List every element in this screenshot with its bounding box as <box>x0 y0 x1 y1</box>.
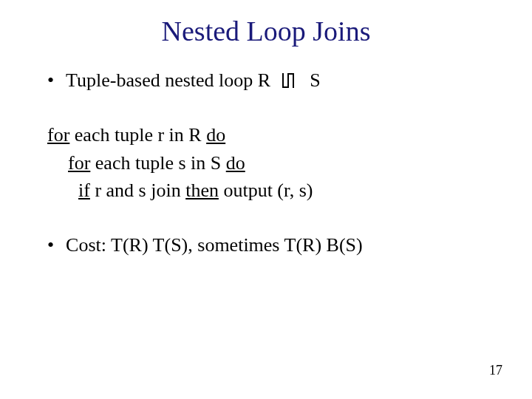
bullet-text-1: Tuple-based nested loop R S <box>66 69 321 92</box>
bullet-dot-icon: • <box>47 69 54 92</box>
pseudocode-block: for each tuple r in R do for each tuple … <box>47 121 488 205</box>
code-line3-mid1: r and s join <box>90 180 185 201</box>
code-line-3: if r and s join then output (r, s) <box>47 177 488 205</box>
kw-do-2: do <box>226 152 245 174</box>
code-line-1: for each tuple r in R do <box>47 121 488 149</box>
bullet-item-2: • Cost: T(R) T(S), sometimes T(R) B(S) <box>44 234 488 256</box>
cost-text: Cost: T(R) T(S), sometimes T(R) B(S) <box>66 234 363 256</box>
bullet1-prefix: Tuple-based nested loop R <box>66 69 270 91</box>
kw-then: then <box>185 180 219 201</box>
slide: Nested Loop Joins • Tuple-based nested l… <box>0 0 532 399</box>
kw-for-2: for <box>68 152 90 174</box>
kw-do-1: do <box>206 124 225 146</box>
code-line-2: for each tuple s in S do <box>47 149 488 177</box>
bullet1-suffix: S <box>310 69 320 91</box>
code-line1-mid: each tuple r in R <box>69 124 206 146</box>
kw-if: if <box>78 180 90 201</box>
page-number: 17 <box>489 363 502 378</box>
code-line2-mid: each tuple s in S <box>90 152 225 174</box>
bullet-item-1: • Tuple-based nested loop R S <box>44 69 488 92</box>
kw-for-1: for <box>47 124 69 146</box>
slide-title: Nested Loop Joins <box>44 15 488 47</box>
join-symbol-icon <box>280 73 301 88</box>
bullet-dot-icon: • <box>47 234 54 256</box>
code-line3-mid2: output (r, s) <box>219 180 313 201</box>
